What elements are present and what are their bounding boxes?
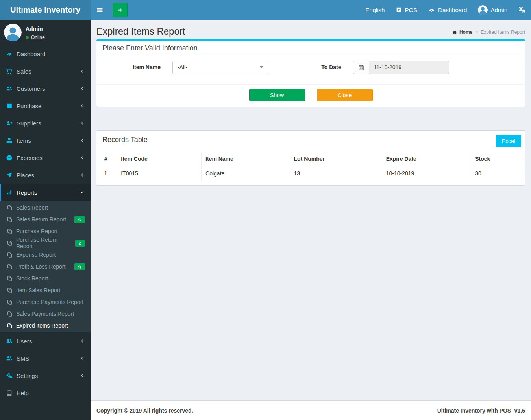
chevron-left-icon — [80, 373, 85, 378]
users-icon — [6, 355, 13, 362]
pos-link[interactable]: POS — [390, 0, 423, 20]
submenu-item-sales-payments-report[interactable]: Sales Payments Report — [0, 308, 91, 320]
user-menu-label: Admin — [490, 7, 507, 13]
submenu-item-profit-loss-report[interactable]: Profit & Loss Report — [0, 261, 91, 273]
sidebar-item-label: Items — [17, 137, 31, 144]
copy-icon — [7, 228, 13, 234]
user-menu[interactable]: Admin — [472, 0, 513, 20]
sidebar-item-expenses[interactable]: Expenses — [0, 149, 91, 166]
user-plus-icon — [6, 120, 13, 127]
copy-icon — [7, 311, 13, 317]
submenu-item-label: Sales Report — [16, 204, 48, 211]
sidebar-item-sms[interactable]: SMS — [0, 350, 91, 367]
gears-icon — [6, 372, 13, 379]
chevron-left-icon — [80, 121, 85, 125]
copy-icon — [7, 264, 13, 270]
records-box-body: # Item Code Item Name Lot Number Expire … — [96, 148, 525, 185]
sidebar-item-places[interactable]: Places — [0, 166, 91, 184]
copy-icon — [7, 240, 13, 246]
caret-down-icon — [259, 66, 263, 68]
submenu-item-expired-items-report[interactable]: Expired Items Report — [0, 320, 91, 332]
submenu-item-purchase-report[interactable]: Purchase Report — [0, 225, 91, 237]
sidebar-item-label: Dashboard — [17, 51, 45, 57]
dashboard-link[interactable]: Dashboard — [423, 0, 472, 20]
sidebar-item-users[interactable]: Users — [0, 332, 91, 350]
submenu-item-stock-report[interactable]: Stock Report — [0, 273, 91, 284]
submenu-item-label: Purchase Payments Report — [16, 299, 83, 305]
submenu-item-purchase-return-report[interactable]: Purchase Return Report — [0, 237, 91, 249]
sidebar-item-label: Users — [17, 338, 32, 344]
sidebar-item-customers[interactable]: Customers — [0, 80, 91, 97]
grid-icon — [6, 103, 13, 109]
content-header: Expired Items Report Home > Expired Item… — [91, 20, 531, 37]
reports-submenu: Sales Report Sales Return Report Purchas… — [0, 201, 91, 332]
settings-menu[interactable] — [513, 0, 531, 20]
user-status-label: Online — [31, 35, 45, 40]
column-header-stock: Stock — [471, 152, 521, 166]
sidebar-item-suppliers[interactable]: Suppliers — [0, 114, 91, 132]
sidebar-item-label: Suppliers — [17, 120, 41, 127]
submenu-item-item-sales-report[interactable]: Item Sales Report — [0, 284, 91, 296]
to-date-input[interactable] — [369, 61, 449, 74]
copy-icon — [7, 299, 13, 305]
sidebar-item-sales[interactable]: Sales — [0, 63, 91, 80]
item-name-selected-value: -All- — [178, 64, 187, 70]
cell-index: 1 — [100, 166, 117, 181]
app-logo[interactable]: Ultimate Inventory — [0, 0, 91, 20]
new-badge — [74, 216, 85, 223]
sidebar-item-dashboard[interactable]: Dashboard — [0, 45, 91, 63]
submenu-item-label: Item Sales Report — [16, 287, 60, 293]
submenu-item-sales-return-report[interactable]: Sales Return Report — [0, 214, 91, 225]
sidebar-item-items[interactable]: Items — [0, 132, 91, 149]
sidebar-item-reports[interactable]: Reports — [0, 184, 91, 201]
sidebar-toggle-button[interactable] — [91, 0, 109, 20]
submenu-item-sales-report[interactable]: Sales Report — [0, 202, 91, 214]
language-menu[interactable]: English — [360, 0, 390, 20]
filter-form-row: Item Name -All- To Date — [102, 61, 519, 74]
quick-add-button[interactable] — [113, 3, 128, 17]
sidebar-item-purchase[interactable]: Purchase — [0, 97, 91, 114]
copyright-text: Copyright © 2019 All rights reserved. — [96, 407, 193, 414]
user-avatar — [4, 24, 22, 41]
star-icon — [78, 217, 82, 222]
cart-icon — [6, 68, 13, 75]
gears-icon — [518, 6, 525, 13]
sidebar-item-label: SMS — [17, 355, 30, 362]
close-button[interactable]: Close — [317, 89, 373, 101]
submenu-item-expense-report[interactable]: Expense Report — [0, 249, 91, 261]
show-button[interactable]: Show — [249, 89, 305, 101]
sidebar-item-settings[interactable]: Settings — [0, 367, 91, 384]
new-badge — [75, 240, 85, 247]
copy-icon — [7, 287, 13, 293]
user-panel: Admin Online — [0, 20, 91, 45]
main-area: English POS Dashboard Admin — [91, 0, 531, 420]
chevron-left-icon — [80, 138, 85, 143]
filter-box-body: Item Name -All- To Date — [96, 56, 525, 84]
item-name-select[interactable]: -All- — [172, 61, 268, 74]
users-icon — [6, 338, 13, 344]
sidebar-item-label: Places — [17, 172, 34, 179]
submenu-item-label: Purchase Report — [16, 228, 57, 234]
item-name-label: Item Name — [102, 64, 172, 70]
hamburger-icon — [96, 6, 104, 14]
chevron-left-icon — [80, 103, 85, 108]
submenu-item-purchase-payments-report[interactable]: Purchase Payments Report — [0, 296, 91, 308]
version-text: Ultimate Inventory with POS -v1.5 — [437, 407, 525, 414]
copy-icon — [7, 217, 13, 223]
excel-export-button[interactable]: Excel — [496, 135, 521, 147]
breadcrumb-home-link[interactable]: Home — [452, 29, 472, 35]
navbar-right: English POS Dashboard Admin — [360, 0, 531, 20]
language-label: English — [365, 7, 385, 13]
sidebar-item-help[interactable]: Help — [0, 384, 91, 402]
sidebar-menu-bottom: Users SMS Settings Help — [0, 332, 91, 402]
calendar-addon[interactable] — [353, 61, 369, 74]
bar-chart-icon — [6, 189, 13, 196]
cubes-icon — [6, 137, 13, 144]
copy-icon — [7, 323, 13, 329]
chevron-left-icon — [80, 173, 85, 177]
plus-icon — [117, 7, 123, 13]
table-row: 1 IT0015 Colgate 13 10-10-2019 30 — [100, 166, 521, 181]
copy-icon — [7, 276, 13, 282]
column-header-expire-date: Expire Date — [382, 152, 471, 166]
app-window: Ultimate Inventory Admin Online Dashboar… — [0, 0, 531, 420]
